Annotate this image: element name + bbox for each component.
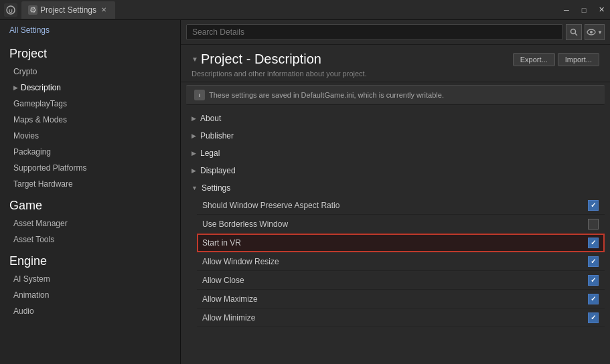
page-title-buttons: Export... Import... <box>513 53 599 66</box>
section-legal: ▶ Legal <box>186 145 605 161</box>
sidebar-section-project: Project Crypto ▶ Description GameplayTag… <box>0 40 180 192</box>
setting-allow-close-checkbox[interactable] <box>588 275 599 286</box>
setting-borderless-checkbox[interactable] <box>588 219 599 230</box>
setting-row-window-resize: Allow Window Resize <box>197 252 605 271</box>
sidebar-item-asset-tools[interactable]: Asset Tools <box>0 232 180 248</box>
svg-line-3 <box>575 33 577 35</box>
setting-allow-maximize-label: Allow Maximize <box>202 294 587 304</box>
sidebar-item-crypto-label: Crypto <box>13 67 37 76</box>
import-button[interactable]: Import... <box>558 53 599 66</box>
sidebar-item-maps-modes-label: Maps & Modes <box>13 115 67 124</box>
search-icon <box>570 28 578 36</box>
sidebar-section-game-header: Game <box>0 192 180 215</box>
section-displayed: ▶ Displayed <box>186 163 605 179</box>
export-button[interactable]: Export... <box>513 53 555 66</box>
sidebar-item-description[interactable]: ▶ Description <box>0 80 180 96</box>
sidebar-item-ai-system[interactable]: AI System <box>0 271 180 287</box>
setting-window-resize-checkbox[interactable] <box>588 256 599 267</box>
sidebar-item-movies-label: Movies <box>13 131 39 141</box>
sidebar-item-audio[interactable]: Audio <box>0 303 180 319</box>
page-title-row: ▼ Project - Description Export... Import… <box>192 52 599 67</box>
svg-text:i: i <box>199 92 200 98</box>
sidebar-item-packaging-label: Packaging <box>13 147 51 157</box>
sidebar-item-supported-platforms[interactable]: Supported Platforms <box>0 160 180 176</box>
svg-point-2 <box>571 29 576 34</box>
section-settings: ▼ Settings Should Window Preserve Aspect… <box>186 180 605 327</box>
sidebar-section-engine-header: Engine <box>0 248 180 271</box>
sidebar-item-audio-label: Audio <box>13 306 34 316</box>
section-legal-header[interactable]: ▶ Legal <box>186 145 605 161</box>
section-settings-header[interactable]: ▼ Settings <box>186 180 605 196</box>
setting-allow-close-label: Allow Close <box>202 276 587 285</box>
setting-aspect-ratio-checkbox-container[interactable] <box>587 199 599 211</box>
section-publisher-arrow: ▶ <box>192 132 196 139</box>
all-settings-link[interactable]: All Settings <box>0 20 180 40</box>
search-eye-button[interactable]: ▼ <box>585 24 605 40</box>
search-button[interactable] <box>566 24 582 40</box>
setting-window-resize-checkbox-container[interactable] <box>587 256 599 268</box>
sidebar-item-asset-tools-label: Asset Tools <box>13 235 54 244</box>
page-subtitle: Descriptions and other information about… <box>192 70 599 78</box>
setting-start-vr-label: Start in VR <box>202 238 587 248</box>
section-publisher-header[interactable]: ▶ Publisher <box>186 128 605 144</box>
setting-borderless-checkbox-container[interactable] <box>587 218 599 230</box>
search-input[interactable] <box>186 24 563 40</box>
title-bar: U ⚙ Project Settings ✕ ─ □ ✕ <box>0 0 610 20</box>
setting-borderless-label: Use Borderless Window <box>202 219 587 229</box>
section-displayed-header[interactable]: ▶ Displayed <box>186 163 605 179</box>
section-publisher: ▶ Publisher <box>186 128 605 144</box>
sidebar: All Settings Project Crypto ▶ Descriptio… <box>0 20 181 364</box>
sidebar-section-engine: Engine AI System Animation Audio <box>0 248 180 319</box>
setting-allow-maximize-checkbox[interactable] <box>588 294 599 304</box>
setting-start-vr-checkbox[interactable] <box>588 238 599 248</box>
ue-logo-icon: U <box>4 3 17 17</box>
sidebar-item-gameplaytags[interactable]: GameplayTags <box>0 96 180 112</box>
sidebar-item-ai-system-label: AI System <box>13 274 50 284</box>
setting-allow-minimize-checkbox[interactable] <box>588 312 599 323</box>
tab-close-icon[interactable]: ✕ <box>99 5 108 15</box>
setting-allow-minimize-checkbox-container[interactable] <box>587 312 599 324</box>
tab-settings-icon: ⚙ <box>28 5 37 15</box>
section-about: ▶ About <box>186 110 605 126</box>
sidebar-item-target-hardware[interactable]: Target Hardware <box>0 176 180 192</box>
sidebar-item-crypto[interactable]: Crypto <box>0 64 180 80</box>
page-title-collapse-arrow[interactable]: ▼ <box>192 56 198 63</box>
section-about-header[interactable]: ▶ About <box>186 110 605 126</box>
setting-start-vr-checkbox-container[interactable] <box>587 237 599 249</box>
setting-aspect-ratio-checkbox[interactable] <box>588 200 599 211</box>
setting-allow-close-checkbox-container[interactable] <box>587 274 599 286</box>
setting-allow-maximize-checkbox-container[interactable] <box>587 293 599 305</box>
section-about-arrow: ▶ <box>192 115 196 122</box>
section-about-label: About <box>200 114 221 123</box>
eye-dropdown-arrow: ▼ <box>597 29 603 35</box>
svg-text:U: U <box>9 8 13 14</box>
sidebar-item-supported-platforms-label: Supported Platforms <box>13 163 86 173</box>
close-button[interactable]: ✕ <box>593 0 610 20</box>
project-settings-tab[interactable]: ⚙ Project Settings ✕ <box>21 1 115 19</box>
page-header: ▼ Project - Description Export... Import… <box>181 45 610 82</box>
eye-icon <box>587 29 596 35</box>
section-legal-arrow: ▶ <box>192 150 196 157</box>
setting-window-resize-label: Allow Window Resize <box>202 257 587 266</box>
setting-row-borderless: Use Borderless Window <box>197 215 605 234</box>
sidebar-item-maps-modes[interactable]: Maps & Modes <box>0 112 180 128</box>
setting-row-start-vr: Start in VR <box>197 234 605 252</box>
setting-row-allow-maximize: Allow Maximize <box>197 290 605 308</box>
section-displayed-label: Displayed <box>200 166 236 175</box>
setting-row-allow-minimize: Allow Minimize <box>197 308 605 327</box>
tab-label: Project Settings <box>40 5 96 15</box>
sidebar-item-movies[interactable]: Movies <box>0 128 180 144</box>
section-legal-label: Legal <box>200 149 220 158</box>
maximize-button[interactable]: □ <box>575 0 593 20</box>
section-displayed-arrow: ▶ <box>192 167 196 174</box>
sidebar-item-asset-manager[interactable]: Asset Manager <box>0 215 180 232</box>
window-controls: ─ □ ✕ <box>558 0 610 20</box>
sidebar-item-animation-label: Animation <box>13 290 49 300</box>
svg-point-5 <box>590 31 593 33</box>
sidebar-section-game: Game Asset Manager Asset Tools <box>0 192 180 248</box>
sidebar-item-packaging[interactable]: Packaging <box>0 144 180 160</box>
sidebar-item-asset-manager-label: Asset Manager <box>13 219 68 228</box>
section-publisher-label: Publisher <box>200 131 234 141</box>
minimize-button[interactable]: ─ <box>558 0 575 20</box>
sidebar-item-animation[interactable]: Animation <box>0 287 180 303</box>
